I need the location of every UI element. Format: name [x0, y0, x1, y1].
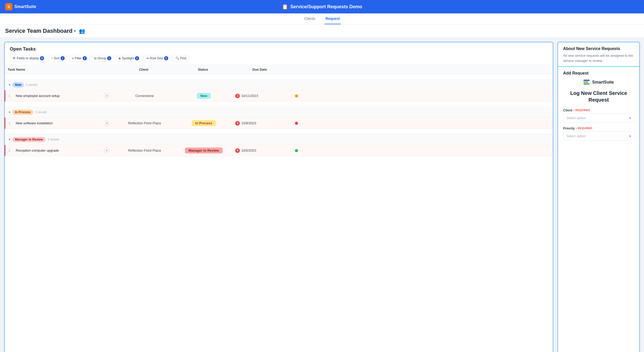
td-date-3: 8 10/5/2023 [232, 146, 289, 155]
date-text: 10/11/2023 [241, 94, 258, 98]
priority-select[interactable]: Select option ▾ [563, 131, 634, 141]
group-chevron-manager[interactable]: ▾ [9, 138, 10, 141]
priority-label: Priority • REQUIRED [563, 126, 634, 130]
td-client-1: Cornerstone [114, 91, 175, 100]
table-container: Task Name Client Status Due Date ▾ New 1… [5, 65, 553, 352]
col-client: Client [113, 65, 175, 74]
subnav-item-request[interactable]: Request [325, 13, 341, 24]
subnav-item-clients[interactable]: Clients [303, 13, 316, 24]
priority-select-placeholder: Select option [566, 134, 586, 138]
row-size-badge: S [164, 56, 168, 60]
group-row-manager: ▾ Manager to Review 1 record [5, 134, 553, 145]
spotlight-label: Spotlight [122, 56, 134, 60]
date-text: 10/5/2023 [241, 149, 256, 152]
td-dot-3 [289, 146, 304, 155]
row-number: 1 [9, 121, 14, 125]
ss-bar-blue [583, 80, 590, 81]
td-icon-3: ⊕ [101, 145, 114, 156]
title-icon: 📋 [282, 4, 288, 10]
client-field: Client • REQUIRED Select option ▾ [563, 108, 634, 123]
status-badge-new-cell: New [197, 93, 211, 99]
app-name: SmartSuite [14, 4, 36, 9]
group-badge: 1 [107, 56, 111, 60]
row-action-icon[interactable]: ⊕ [104, 120, 109, 126]
col-icon [100, 65, 113, 74]
app-logo[interactable]: S SmartSuite [5, 3, 36, 10]
td-dot-1 [289, 92, 304, 100]
logo-icon: S [5, 3, 12, 10]
col-status: Status [175, 65, 231, 74]
row-size-button[interactable]: ⇔ Row Size S [143, 55, 171, 62]
right-panel-title: About New Service Requests [563, 46, 634, 51]
td-status-2: In Process [175, 118, 232, 129]
right-panel-desc: All new service requests will be assigne… [563, 53, 634, 63]
tasks-panel-header: Open Tasks 👁 Fields to display 8 ↕ Sort … [5, 42, 553, 65]
priority-field: Priority • REQUIRED Select option ▾ [563, 126, 634, 141]
group-chevron-new[interactable]: ▾ [9, 83, 10, 87]
filter-button[interactable]: ≡ Filter 2 [69, 55, 90, 62]
row-action-icon[interactable]: ⊕ [104, 93, 109, 99]
tasks-panel-title: Open Tasks [10, 46, 548, 52]
filter-label: Filter [75, 56, 82, 60]
col-extra [288, 65, 303, 74]
td-icon-1: ⊕ [101, 91, 114, 101]
dashboard-title-button[interactable]: Service Team Dashboard ▾ [5, 28, 76, 34]
group-chevron-in-process[interactable]: ▾ [9, 110, 10, 114]
client-required: • REQUIRED [573, 109, 590, 112]
toolbar: 👁 Fields to display 8 ↕ Sort 1 ≡ Filter … [10, 55, 548, 62]
date-alert-badge: 2 [235, 94, 240, 98]
ss-logo-text: SmartSuite [592, 80, 614, 85]
td-status-1: New [175, 90, 232, 101]
top-bar: S SmartSuite 📋 Service/Support Requests … [0, 0, 644, 13]
td-dot-2 [289, 119, 304, 127]
priority-dot-red [295, 122, 298, 125]
td-task-name-3: 1 Reception computer upgrade [5, 146, 101, 155]
filter-badge: 2 [83, 56, 87, 60]
task-name-text: New software installation [16, 121, 53, 125]
filter-icon: ≡ [72, 56, 74, 60]
td-icon-2: ⊕ [101, 118, 114, 129]
group-badge-new: New [12, 82, 24, 87]
find-button[interactable]: 🔍 Find [173, 55, 189, 61]
date-alert-badge: 4 [235, 121, 240, 126]
fields-display-button[interactable]: 👁 Fields to display 8 [10, 55, 47, 62]
tasks-panel: Open Tasks 👁 Fields to display 8 ↕ Sort … [4, 42, 553, 352]
col-due-date: Due Date [231, 65, 288, 74]
find-label: Find [180, 56, 186, 60]
dashboard-header: Service Team Dashboard ▾ 👥 [0, 24, 644, 38]
table-row: 1 Reception computer upgrade ⊕ Reflectio… [5, 145, 553, 156]
group-row-in-process: ▾ In Process 1 record [5, 107, 553, 118]
group-count-in-process: 1 record [35, 110, 47, 114]
form-cta: Log New Client Service Request [563, 90, 634, 103]
ss-bar-green [583, 83, 590, 85]
row-size-icon: ⇔ [146, 56, 149, 60]
client-select[interactable]: Select option ▾ [563, 113, 634, 123]
right-panel-header: About New Service Requests All new servi… [558, 42, 639, 67]
status-badge-manager-cell: Manager to Review [185, 148, 223, 153]
main-content: Open Tasks 👁 Fields to display 8 ↕ Sort … [0, 38, 644, 352]
team-icon[interactable]: 👥 [79, 28, 85, 34]
chevron-down-icon: ▾ [629, 116, 631, 120]
fields-display-label: Fields to display [17, 56, 39, 60]
row-action-icon[interactable]: ⊕ [104, 148, 109, 153]
td-date-1: 2 10/11/2023 [232, 91, 289, 101]
group-row-new: ▾ New 1 record [5, 79, 553, 90]
spotlight-button[interactable]: ◈ Spotlight 2 [116, 55, 142, 62]
col-task-name: Task Name [5, 65, 100, 74]
group-icon: ⊟ [94, 56, 97, 60]
group-badge-in-process: In Process [12, 110, 33, 115]
td-date-2: 4 10/9/2023 [232, 118, 289, 128]
priority-dot-green [295, 149, 298, 152]
add-request-title: Add Request [563, 71, 634, 76]
row-number: 1 [9, 149, 14, 152]
td-task-name-1: 1 New employee account setup [5, 91, 101, 100]
right-panel: About New Service Requests All new servi… [557, 42, 640, 352]
sub-nav: Clients Request [0, 13, 644, 24]
sort-button[interactable]: ↕ Sort 1 [48, 55, 67, 62]
sort-icon: ↕ [51, 56, 53, 60]
group-badge-manager: Manager to Review [12, 137, 46, 142]
fields-display-badge: 8 [40, 56, 44, 60]
group-button[interactable]: ⊟ Group 1 [91, 55, 114, 62]
chevron-down-icon: ▾ [629, 134, 631, 138]
table-row: 1 New software installation ⊕ Reflection… [5, 118, 553, 129]
